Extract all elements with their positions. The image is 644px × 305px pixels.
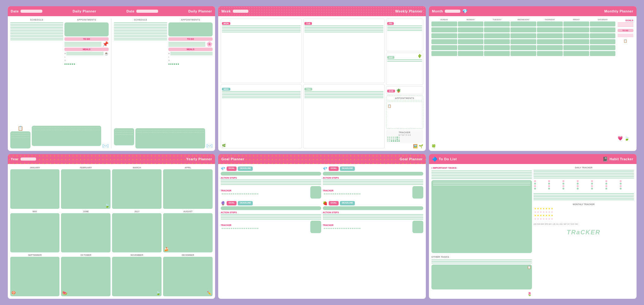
habit-col: DAILY TRACKER MONTHL <box>534 167 634 296</box>
year-feb: FEBRUARY🍃 <box>61 167 110 209</box>
schedule-label: SCHEDULE <box>10 19 63 21</box>
week-mon: MON <box>221 19 302 83</box>
photos-deco: 🖼️ <box>413 144 418 148</box>
month-field <box>445 10 460 13</box>
goal-grid: 💎 GOAL DEADLINE ACTION STEPS TRACKER <box>221 167 423 296</box>
weekly-body: MON TUE WED 🌿 THU <box>218 16 426 151</box>
goal1-input <box>221 172 321 176</box>
sat-header: SATURDAY <box>590 19 616 21</box>
goal2-label: GOAL <box>227 201 237 205</box>
appt-weekly-label: APPOINTMENTS <box>388 97 422 99</box>
year-oct: OCTOBER🍉 <box>61 254 110 296</box>
envelope-deco: ✉️ <box>102 143 109 148</box>
monthly-goals-col: GOALS TO DO 📋 💗 🍃 <box>617 19 634 142</box>
goal4-section: 🍓 GOAL DEADLINE ACTION STEPS TRACKER <box>323 201 423 233</box>
todo-col: • IMPORTANT TASKS OTHER TASKS <box>431 167 532 296</box>
goal1-note <box>310 186 321 199</box>
goal2-note <box>310 221 321 233</box>
aug-label: AUGUST <box>163 210 213 213</box>
mushroom-sep: 🍄 <box>11 291 16 295</box>
year-sep: SEPTEMBER🍄 <box>10 254 60 296</box>
date-label1: Date <box>11 9 19 13</box>
date-label2: Date <box>126 9 134 13</box>
monthly-star-grid: ★★★★★★★ ★★★★★★★ ★★★★★★★ ★★★★★★★ <box>534 207 634 221</box>
goal4-input <box>323 206 423 210</box>
schedule-lines <box>10 22 63 40</box>
sun-tag: SUN <box>387 90 395 92</box>
tracker4-label: TRACKER <box>323 224 411 226</box>
tracker3-label: TRACKER <box>323 190 411 192</box>
todo-habit-card: 🔷 To Do List 📓 Habit Tracker • IMPORTANT… <box>429 154 637 299</box>
goal2-section: 🔮 GOAL DEADLINE ACTION STEPS TRACKER <box>221 201 321 233</box>
important-tasks-label: • IMPORTANT TASKS <box>431 167 532 169</box>
apr-label: APRIL <box>163 167 213 169</box>
month-col-sun: SUNDAY <box>431 19 457 142</box>
month-col-mon: MONDAY <box>458 19 484 142</box>
daily-planner-card: Date Daily Planner Date Daily Planner SC… <box>8 6 215 151</box>
daily-title1: Daily Planner <box>73 9 96 13</box>
monthly-planner-card: Month 💎 Monthly Planner SUNDAY MONDAY TU… <box>429 6 637 151</box>
fri-tag: FRI <box>387 22 394 25</box>
action-steps3-label: ACTION STEPS <box>323 177 423 179</box>
heart-deco: 💗 <box>618 136 623 141</box>
monthly-footer: 🍀 <box>431 144 634 148</box>
weekly-right-panel: FRI SAT 🌵 SUN 🪴 APPOINTMENTS <box>386 19 423 148</box>
schedule-label-r: SCHEDULE <box>114 19 167 21</box>
month-col-fri: FRIDAY <box>563 19 589 142</box>
envelope-deco-r: ✉️ <box>206 143 213 148</box>
month-col-sat: SATURDAY <box>590 19 616 142</box>
goal2-input <box>221 206 321 210</box>
habit-title: Habit Tracker <box>609 157 633 161</box>
daily-body: SCHEDULE APPOINTMENTS TO DO <box>8 16 215 151</box>
daily-left: SCHEDULE APPOINTMENTS TO DO <box>10 19 109 148</box>
daily-title2: Daily Planner <box>188 9 212 13</box>
leaf-feb: 🍃 <box>105 204 110 208</box>
bld-label: B L D <box>64 52 66 62</box>
monthly-header: Month 💎 Monthly Planner <box>429 6 637 16</box>
todo-deco: 📌 <box>102 42 109 47</box>
goal-title-left: Goal Planner <box>221 157 244 161</box>
crystal-todo: 🔷 <box>432 157 437 162</box>
action-steps2-label: ACTION STEPS <box>221 211 321 214</box>
year-may: MAY <box>10 210 60 253</box>
jul-label: JULY <box>112 210 162 213</box>
notebook-habit: 📓 <box>603 157 608 162</box>
yearly-body: JANUARY FEBRUARY🍃 MARCH APRIL MAY JUNE J… <box>8 164 215 299</box>
monthly-tracker-label: MONTHLY TRACKER <box>534 203 634 205</box>
week-fri: FRI <box>386 19 423 51</box>
action-steps1-label: ACTION STEPS <box>221 177 321 179</box>
todo-habit-wrapper: • IMPORTANT TASKS OTHER TASKS <box>431 167 634 296</box>
monthly-main: SUNDAY MONDAY TUESDAY WEDNESDAY THURSDAY… <box>431 19 634 142</box>
daily-tracker-label: DAILY TRACKER <box>534 167 634 169</box>
tue-header: TUESDAY <box>484 19 510 21</box>
dec-label: DECEMBER <box>163 254 213 256</box>
meals-label: MEALS <box>64 48 109 51</box>
wed-tag: WED <box>222 88 230 91</box>
monthly-body: SUNDAY MONDAY TUESDAY WEDNESDAY THURSDAY… <box>429 16 637 151</box>
oct-label: OCTOBER <box>61 254 110 256</box>
month-col-wed: WEDNESDAY <box>510 19 536 142</box>
flower-todo: 🌷 <box>527 292 532 296</box>
goal3-input <box>323 172 423 176</box>
thu-header: THURSDAY <box>537 19 563 21</box>
note-icon-weekly: 📋 <box>388 104 391 108</box>
jun-label: JUNE <box>61 210 110 213</box>
date-field1 <box>21 10 42 13</box>
month-col-thu: THURSDAY <box>537 19 563 142</box>
daily-right: SCHEDULE APPOINTMENTS TO DO <box>114 19 213 148</box>
tracker-watermark: TRaCKER <box>567 229 600 236</box>
week-wed: WED 🌿 <box>221 84 302 149</box>
yearly-planner-card: Year Yearly Planner JANUARY FEBRUARY🍃 MA… <box>8 154 215 299</box>
note-other: 📋 <box>527 265 531 269</box>
pencil-dec: ✏️ <box>207 291 212 295</box>
year-field <box>21 157 36 161</box>
todo-deco-r: 🌸 <box>206 42 213 47</box>
other-tasks-box: 📋 <box>431 265 532 289</box>
tracker2-label: TRACKER <box>221 224 309 226</box>
strawberry-goal4: 🍓 <box>323 201 327 205</box>
weekly-main: MON TUE WED 🌿 THU <box>221 19 423 148</box>
wed-header: WEDNESDAY <box>510 19 536 21</box>
tue-tag: TUE <box>304 22 312 25</box>
other-tasks-label: OTHER TASKS <box>431 256 532 258</box>
sep-label: SEPTEMBER <box>10 254 60 256</box>
